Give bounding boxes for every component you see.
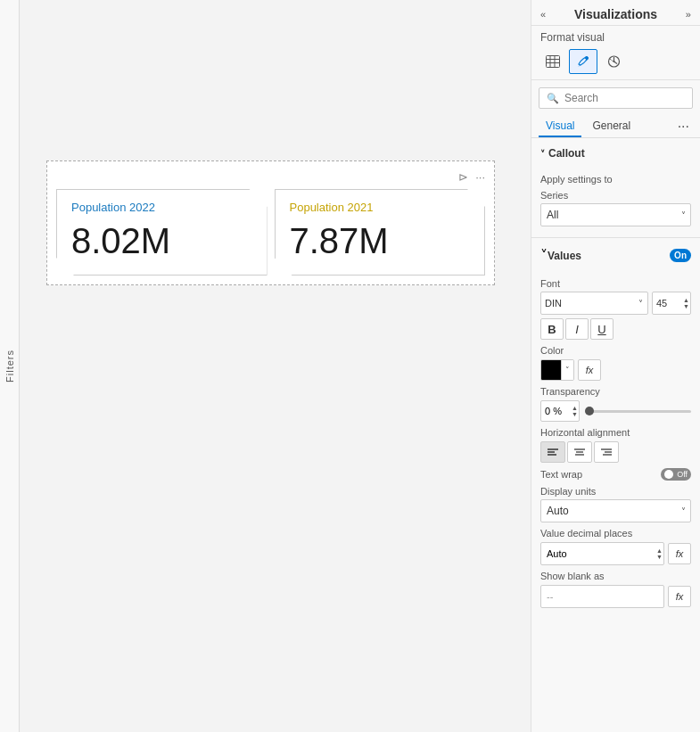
font-family-select[interactable]: DIN Arial Segoe UI [540, 292, 648, 315]
align-left-button[interactable] [540, 441, 565, 463]
text-wrap-label: Text wrap [540, 469, 582, 480]
value-decimal-row: ▲ ▼ fx [540, 542, 691, 565]
show-blank-row: fx [540, 585, 691, 608]
text-wrap-value: Off [677, 470, 688, 479]
decimal-input-wrapper: ▲ ▼ [540, 542, 664, 565]
font-style-row: B I U [540, 318, 691, 340]
search-icon: 🔍 [547, 93, 559, 104]
color-row: ˅ fx [540, 359, 691, 381]
callout-label: Callout [548, 147, 585, 160]
show-blank-input[interactable] [540, 585, 664, 608]
color-swatch [541, 360, 561, 380]
brush-toolbar-btn[interactable] [569, 49, 597, 74]
color-dropdown-btn[interactable]: ˅ [561, 360, 573, 380]
transparency-input-wrapper: ▲ ▼ [540, 400, 580, 422]
display-units-label: Display units [540, 486, 691, 497]
color-label: Color [540, 345, 691, 356]
callout-section-body: Apply settings to Series All ˅ [531, 165, 700, 234]
card2-title: Population 2021 [290, 201, 471, 214]
panel-header: « Visualizations » [531, 0, 700, 26]
values-label: Values [548, 250, 670, 262]
italic-button[interactable]: I [565, 318, 589, 340]
decimal-spinner: ▲ ▼ [656, 542, 663, 565]
format-visual-label: Format visual [531, 26, 700, 47]
transparency-label: Transparency [540, 386, 691, 397]
text-wrap-knob [664, 470, 673, 479]
display-units-select[interactable]: Auto None Thousands Millions Billions Tr… [540, 499, 691, 522]
svg-rect-0 [547, 56, 560, 68]
text-wrap-row: Text wrap Off [540, 468, 691, 481]
value-decimal-input[interactable] [540, 542, 664, 565]
tab-bar: Visual General ··· [531, 112, 700, 138]
callout-section-header[interactable]: ˅ Callout [531, 142, 700, 165]
card1-value: 8.02M [71, 221, 252, 260]
transparency-up-icon[interactable]: ▲ [572, 405, 578, 411]
align-center-button[interactable] [567, 441, 592, 463]
collapse-left-icon[interactable]: « [540, 9, 546, 20]
blank-input-wrapper [540, 585, 664, 608]
filters-sidebar[interactable]: Filters [0, 0, 20, 732]
ellipsis-icon[interactable]: ··· [475, 170, 485, 184]
tab-visual[interactable]: Visual [539, 116, 581, 137]
decimal-fx-button[interactable]: fx [668, 543, 691, 564]
values-section-body: Font DIN Arial Segoe UI ˅ ▲ ▼ [531, 269, 700, 615]
color-fx-button[interactable]: fx [578, 359, 601, 381]
color-swatch-wrapper[interactable]: ˅ [540, 359, 574, 381]
decimal-down-icon[interactable]: ▼ [656, 554, 663, 560]
values-chevron-icon: ˅ [540, 247, 548, 264]
display-units-wrapper: Auto None Thousands Millions Billions Tr… [540, 499, 691, 522]
card-population-2022[interactable]: Population 2022 8.02M [56, 189, 268, 276]
toolbar-icons [531, 47, 700, 80]
font-size-spinner: ▲ ▼ [683, 292, 689, 315]
filters-label: Filters [4, 350, 15, 382]
horizontal-alignment-label: Horizontal alignment [540, 427, 691, 438]
values-toggle[interactable]: On [670, 249, 691, 262]
text-wrap-toggle[interactable]: Off [661, 468, 691, 481]
search-bar[interactable]: 🔍 [539, 87, 693, 109]
font-size-down-icon[interactable]: ▼ [683, 303, 689, 309]
transparency-down-icon[interactable]: ▼ [572, 411, 578, 417]
show-blank-fx-button[interactable]: fx [668, 586, 691, 607]
transparency-row: ▲ ▼ [540, 400, 691, 422]
card1-title: Population 2022 [71, 201, 252, 214]
divider-1 [531, 237, 700, 238]
card2-value: 7.87M [290, 221, 471, 260]
analytics-toolbar-btn[interactable] [599, 49, 628, 74]
series-label: Series [540, 190, 691, 201]
cards-row: Population 2022 8.02M Population 2021 7.… [56, 189, 485, 276]
panel-content: ˅ Callout Apply settings to Series All ˅… [531, 138, 700, 732]
decimal-up-icon[interactable]: ▲ [656, 547, 663, 554]
align-right-button[interactable] [594, 441, 619, 463]
font-size-wrapper: ▲ ▼ [652, 292, 691, 315]
visual-container: ⊳ ··· Population 2022 8.02M Population 2… [46, 160, 495, 285]
transparency-spinner: ▲ ▼ [572, 400, 578, 422]
search-input[interactable] [564, 92, 698, 104]
tab-more-btn[interactable]: ··· [674, 117, 693, 136]
tab-general[interactable]: General [585, 116, 638, 137]
canvas-inner: ⊳ ··· Population 2022 8.02M Population 2… [20, 0, 531, 732]
card-population-2021[interactable]: Population 2021 7.87M [275, 189, 486, 276]
visual-header: ⊳ ··· [56, 170, 485, 184]
font-family-wrapper: DIN Arial Segoe UI ˅ [540, 292, 648, 315]
canvas-area: Filters ⊳ ··· Population 2022 8.02M Popu… [0, 0, 531, 732]
transparency-slider-thumb[interactable] [585, 407, 594, 415]
svg-point-5 [586, 57, 589, 60]
expand-right-icon[interactable]: » [686, 9, 691, 20]
series-dropdown-wrapper: All ˅ [540, 203, 691, 226]
right-panel: « Visualizations » Format visual [531, 0, 700, 732]
panel-title: Visualizations [574, 7, 657, 21]
transparency-slider-track[interactable] [585, 410, 691, 413]
apply-settings-label: Apply settings to [540, 174, 691, 185]
alignment-row [540, 441, 691, 463]
values-section-header[interactable]: ˅ Values On [531, 242, 700, 269]
bold-button[interactable]: B [540, 318, 564, 340]
value-decimal-label: Value decimal places [540, 528, 691, 539]
font-row: DIN Arial Segoe UI ˅ ▲ ▼ [540, 292, 691, 315]
series-dropdown[interactable]: All [540, 203, 691, 226]
grid-toolbar-btn[interactable] [539, 49, 567, 74]
show-blank-label: Show blank as [540, 571, 691, 581]
filter-icon[interactable]: ⊳ [458, 170, 468, 184]
underline-button[interactable]: U [590, 318, 614, 340]
font-size-up-icon[interactable]: ▲ [683, 297, 689, 303]
font-label: Font [540, 278, 691, 289]
